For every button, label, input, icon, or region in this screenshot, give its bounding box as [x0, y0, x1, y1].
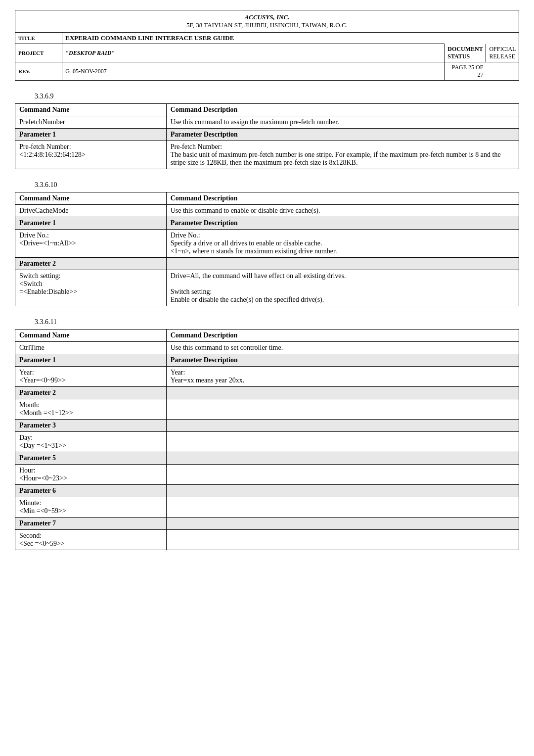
company-name: ACCUSYS, INC.	[17, 13, 517, 21]
lh-rev-row: REV. G–05-NOV-2007 PAGE 25 OF 27	[15, 62, 519, 80]
lh-title-label: TITLE	[15, 33, 62, 44]
company-address: 5F, 38 TAIYUAN ST, JHUBEI, HSINCHU, TAIW…	[17, 21, 517, 29]
cell-left-2-4: Parameter 2	[15, 387, 167, 399]
table-row: Parameter 2	[15, 387, 519, 399]
letterhead: ACCUSYS, INC. 5F, 38 TAIYUAN ST, JHUBEI,…	[15, 10, 519, 81]
cell-left-1-2: Parameter 1	[15, 217, 167, 230]
cell-right-2-7	[166, 432, 519, 452]
cell-left-2-10: Parameter 6	[15, 485, 167, 497]
cell-right-2-3: Year: Year=xx means year 20xx.	[166, 367, 519, 387]
table-row: Month: <Month =<1~12>>	[15, 399, 519, 420]
cmd-table-0: Command NameCommand DescriptionPrefetchN…	[15, 103, 519, 169]
table-row: Minute: <Min =<0~59>>	[15, 497, 519, 518]
lh-title-value: EXPERAID COMMAND LINE INTERFACE USER GUI…	[62, 33, 445, 44]
cell-left-2-11: Minute: <Min =<0~59>>	[15, 497, 167, 518]
cell-right-1-1: Use this command to enable or disable dr…	[166, 205, 519, 217]
cell-right-0-3: Pre-fetch Number: The basic unit of maxi…	[166, 141, 519, 169]
table-row: Parameter 1Parameter Description	[15, 354, 519, 367]
section-number-2: 3.3.6.11	[35, 318, 519, 326]
cell-left-2-13: Second: <Sec =<0~59>>	[15, 530, 167, 550]
cell-left-2-7: Day: <Day =<1~31>>	[15, 432, 167, 452]
cell-left-2-8: Parameter 5	[15, 452, 167, 465]
cell-right-2-9	[166, 465, 519, 485]
letterhead-body: TITLE EXPERAID COMMAND LINE INTERFACE US…	[15, 33, 519, 80]
cell-left-2-0: Command Name	[15, 330, 167, 342]
section-number-0: 3.3.6.9	[35, 93, 519, 100]
cell-left-1-4: Parameter 2	[15, 258, 167, 270]
cell-right-1-5: Drive=All, the command will have effect …	[166, 270, 519, 306]
lh-rev-label: REV.	[15, 62, 62, 80]
table-row: Command NameCommand Description	[15, 330, 519, 342]
cell-left-0-3: Pre-fetch Number: <1:2:4:8:16:32:64:128>	[15, 141, 167, 169]
cell-left-2-6: Parameter 3	[15, 420, 167, 432]
cell-left-0-0: Command Name	[15, 104, 167, 116]
table-row: Day: <Day =<1~31>>	[15, 432, 519, 452]
cell-left-2-9: Hour: <Hour=<0~23>>	[15, 465, 167, 485]
cell-right-0-1: Use this command to assign the maximum p…	[166, 116, 519, 129]
table-row: Parameter 7	[15, 518, 519, 530]
cell-right-2-8	[166, 452, 519, 465]
table-row: PrefetchNumberUse this command to assign…	[15, 116, 519, 129]
table-row: Drive No.: <Drive=<1~n:All>>Drive No.: S…	[15, 230, 519, 258]
cell-left-0-2: Parameter 1	[15, 129, 167, 141]
cell-left-1-3: Drive No.: <Drive=<1~n:All>>	[15, 230, 167, 258]
table-row: CtrlTimeUse this command to set controll…	[15, 342, 519, 354]
cell-left-2-5: Month: <Month =<1~12>>	[15, 399, 167, 420]
cell-right-0-0: Command Description	[166, 104, 519, 116]
cell-right-2-10	[166, 485, 519, 497]
cell-right-1-4	[166, 258, 519, 270]
cell-left-2-1: CtrlTime	[15, 342, 167, 354]
cell-right-2-2: Parameter Description	[166, 354, 519, 367]
cell-right-0-2: Parameter Description	[166, 129, 519, 141]
cell-left-2-2: Parameter 1	[15, 354, 167, 367]
lh-project-label: PROJECT	[15, 44, 62, 62]
page-wrapper: ACCUSYS, INC. 5F, 38 TAIYUAN ST, JHUBEI,…	[15, 10, 519, 550]
cell-left-2-3: Year: <Year=<0~99>>	[15, 367, 167, 387]
cell-right-2-5	[166, 399, 519, 420]
table-row: Year: <Year=<0~99>>Year: Year=xx means y…	[15, 367, 519, 387]
cell-left-2-12: Parameter 7	[15, 518, 167, 530]
cell-right-2-4	[166, 387, 519, 399]
cell-right-2-1: Use this command to set controller time.	[166, 342, 519, 354]
cell-right-1-2: Parameter Description	[166, 217, 519, 230]
cell-left-0-1: PrefetchNumber	[15, 116, 167, 129]
table-row: Pre-fetch Number: <1:2:4:8:16:32:64:128>…	[15, 141, 519, 169]
table-row: Parameter 6	[15, 485, 519, 497]
sections-container: 3.3.6.9Command NameCommand DescriptionPr…	[15, 93, 519, 550]
cell-left-1-5: Switch setting: <Switch =<Enable:Disable…	[15, 270, 167, 306]
cell-right-1-3: Drive No.: Specify a drive or all drives…	[166, 230, 519, 258]
cell-right-2-6	[166, 420, 519, 432]
table-row: Parameter 1Parameter Description	[15, 129, 519, 141]
lh-project-value: "DESKTOP RAID"	[62, 44, 445, 62]
table-row: Command NameCommand Description	[15, 192, 519, 205]
cell-right-1-0: Command Description	[166, 192, 519, 205]
table-row: Command NameCommand Description	[15, 104, 519, 116]
table-row: Parameter 3	[15, 420, 519, 432]
cell-left-1-0: Command Name	[15, 192, 167, 205]
lh-project-row: PROJECT "DESKTOP RAID" DOCUMENT STATUS O…	[15, 44, 519, 62]
table-row: Parameter 1Parameter Description	[15, 217, 519, 230]
cell-right-2-11	[166, 497, 519, 518]
table-row: DriveCacheModeUse this command to enable…	[15, 205, 519, 217]
cell-right-2-13	[166, 530, 519, 550]
table-row: Parameter 5	[15, 452, 519, 465]
cell-right-2-0: Command Description	[166, 330, 519, 342]
lh-document-label: DOCUMENT STATUS	[445, 44, 486, 62]
table-row: Hour: <Hour=<0~23>>	[15, 465, 519, 485]
cell-right-2-12	[166, 518, 519, 530]
lh-page-value: PAGE 25 OF 27	[445, 62, 486, 80]
table-row: Switch setting: <Switch =<Enable:Disable…	[15, 270, 519, 306]
cell-left-1-1: DriveCacheMode	[15, 205, 167, 217]
lh-rev-value: G–05-NOV-2007	[62, 62, 445, 80]
lh-document-value: OFFICIAL RELEASE	[486, 44, 519, 62]
cmd-table-1: Command NameCommand DescriptionDriveCach…	[15, 192, 519, 306]
cmd-table-2: Command NameCommand DescriptionCtrlTimeU…	[15, 329, 519, 550]
lh-title-row: TITLE EXPERAID COMMAND LINE INTERFACE US…	[15, 33, 519, 44]
letterhead-header: ACCUSYS, INC. 5F, 38 TAIYUAN ST, JHUBEI,…	[15, 10, 519, 33]
table-row: Parameter 2	[15, 258, 519, 270]
section-number-1: 3.3.6.10	[35, 181, 519, 189]
table-row: Second: <Sec =<0~59>>	[15, 530, 519, 550]
